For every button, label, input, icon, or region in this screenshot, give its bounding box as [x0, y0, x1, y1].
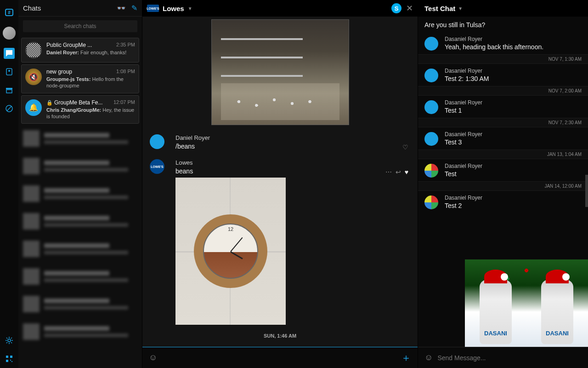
sender-avatar[interactable]	[150, 134, 164, 149]
message-row: Dasaniel RoyerYeah, heading back this af…	[418, 32, 588, 54]
compose-icon[interactable]: ✎	[131, 4, 137, 12]
chevron-down-icon[interactable]: ▼	[188, 6, 192, 11]
search-input[interactable]	[23, 20, 137, 32]
message-sender: Daniel Royer	[175, 134, 410, 141]
emoji-icon[interactable]: ☺	[424, 353, 433, 362]
chat-list: Public GroupMe ...2:35 PM Daniel Royer: …	[18, 36, 142, 368]
sidebar-title: Chats	[23, 4, 41, 12]
add-icon[interactable]: ＋	[401, 351, 411, 365]
archive-icon[interactable]	[4, 85, 15, 96]
chat-item[interactable]: 🔔 🔒GroupMe Beta Fe...12:07 PM Chris Zhan…	[21, 95, 139, 124]
sender-avatar[interactable]: LOWE'S	[150, 159, 164, 174]
message-row: Dasaniel RoyerTest	[418, 159, 588, 181]
search-wrapper	[18, 17, 142, 36]
message-scroll[interactable]: Daniel Royer /beans ♡ LOWE'S Lowes beans…	[142, 17, 418, 347]
chat-name: 🔒GroupMe Beta Fe...	[46, 99, 102, 106]
blurred-chat	[21, 126, 139, 151]
chat-time: 1:08 PM	[116, 69, 135, 75]
message-sender: Dasaniel Royer	[445, 36, 582, 42]
date-separator: JAN 13, 1:04 AM	[418, 150, 588, 159]
reply-icon[interactable]: ↩	[396, 168, 401, 176]
blurred-chat	[21, 319, 139, 345]
secondary-header: Test Chat ▼	[418, 0, 588, 17]
close-icon[interactable]: ✕	[406, 3, 413, 13]
message-text: Test 1	[445, 107, 582, 114]
blurred-chat	[21, 181, 139, 207]
date-separator: NOV 7, 1:30 AM	[418, 54, 588, 64]
groupme-icon[interactable]: #	[4, 7, 15, 18]
message-text: Test 2: 1:30 AM	[445, 75, 582, 82]
chat-preview: Chris Zhang/GroupMe: Hey, the issue is f…	[46, 107, 135, 120]
blurred-chat	[21, 208, 139, 234]
message-image[interactable]	[175, 178, 286, 325]
message-sender: Dasaniel Royer	[445, 131, 582, 138]
chats-sidebar: Chats 👓 ✎ Public GroupMe ...2:35 PM Dani…	[18, 0, 142, 368]
secondary-title[interactable]: Test Chat	[424, 5, 455, 12]
message-text: /beans	[175, 143, 410, 150]
message-input[interactable]	[437, 354, 582, 362]
blurred-chat	[21, 236, 139, 262]
scrollbar-thumb[interactable]	[585, 175, 588, 207]
conversation-header: LOWE'S Lowes ▼ S ✕	[142, 0, 418, 17]
qr-icon[interactable]	[4, 353, 15, 364]
message-sender: Dasaniel Royer	[445, 163, 582, 169]
chat-preview: Daniel Royer: Fair enough, thanks!	[46, 49, 135, 56]
app-rail: #	[0, 0, 18, 368]
sender-avatar[interactable]	[424, 164, 438, 178]
chat-avatar: 🔇	[25, 69, 42, 85]
message-sender: Dasaniel Royer	[445, 68, 582, 74]
blocked-icon[interactable]	[4, 103, 15, 114]
date-separator: NOV 7, 2:30 AM	[418, 118, 588, 127]
ad-bottle: DASANI	[480, 280, 512, 344]
heart-icon[interactable]: ♡	[402, 144, 408, 151]
chat-item[interactable]: Public GroupMe ...2:35 PM Daniel Royer: …	[21, 38, 139, 63]
sender-avatar[interactable]	[424, 196, 438, 209]
svg-rect-4	[6, 88, 12, 89]
sender-avatar[interactable]	[424, 37, 438, 51]
message-composer[interactable]: ☺ ＋	[142, 347, 418, 368]
message-text: Are you still in Tulsa?	[424, 21, 582, 29]
heart-icon[interactable]: ♥	[405, 168, 408, 176]
svg-rect-11	[6, 360, 8, 362]
secondary-composer[interactable]: ☺	[418, 347, 588, 368]
message-image[interactable]	[142, 17, 418, 130]
ad-bottle: DASANI	[541, 280, 573, 344]
chat-avatar: 🔔	[25, 99, 42, 116]
message-row: LOWE'S Lowes beans ⋯ ↩ ♥	[142, 155, 418, 329]
svg-rect-13	[11, 361, 12, 362]
blurred-chat	[21, 291, 139, 317]
message-sender: Dasaniel Royer	[445, 99, 582, 106]
svg-line-7	[7, 106, 11, 111]
chat-time: 2:35 PM	[116, 42, 135, 48]
message-text: Yeah, heading back this afternoon.	[445, 43, 582, 51]
user-avatar[interactable]	[3, 27, 16, 40]
sidebar-header: Chats 👓 ✎	[18, 0, 142, 17]
contacts-icon[interactable]	[4, 66, 15, 77]
glasses-icon[interactable]: 👓	[117, 4, 126, 12]
settings-icon[interactable]	[4, 335, 15, 346]
message-row: Dasaniel RoyerTest 3	[418, 127, 588, 150]
svg-point-3	[8, 70, 10, 72]
lock-icon: 🔒	[46, 100, 53, 105]
chat-preview: Groupme-js Tests: Hello from the node-gr…	[46, 76, 135, 89]
more-icon[interactable]: ⋯	[385, 168, 392, 176]
sender-avatar[interactable]	[424, 100, 438, 114]
skype-icon[interactable]: S	[391, 3, 401, 13]
emoji-icon[interactable]: ☺	[149, 353, 157, 362]
sender-avatar[interactable]	[424, 132, 438, 146]
message-row: Dasaniel RoyerTest 1	[418, 96, 588, 118]
message-text: Test	[445, 170, 582, 178]
conversation-title[interactable]: Lowes	[163, 5, 184, 12]
chat-time: 12:07 PM	[113, 99, 135, 106]
chevron-down-icon[interactable]: ▼	[458, 6, 463, 11]
date-separator: JAN 14, 12:00 AM	[418, 181, 588, 191]
chat-item[interactable]: 🔇 new group1:08 PM Groupme-js Tests: Hel…	[21, 64, 139, 93]
chats-icon[interactable]	[4, 48, 15, 59]
message-sender: Lowes	[175, 159, 410, 166]
ad-overlay[interactable]: DASANI DASANI	[465, 259, 588, 347]
message-sender: Dasaniel Royer	[445, 195, 582, 201]
sender-avatar[interactable]	[424, 69, 438, 82]
svg-rect-10	[10, 356, 12, 358]
blurred-chat	[21, 153, 139, 179]
message-row: Daniel Royer /beans ♡	[142, 130, 418, 155]
